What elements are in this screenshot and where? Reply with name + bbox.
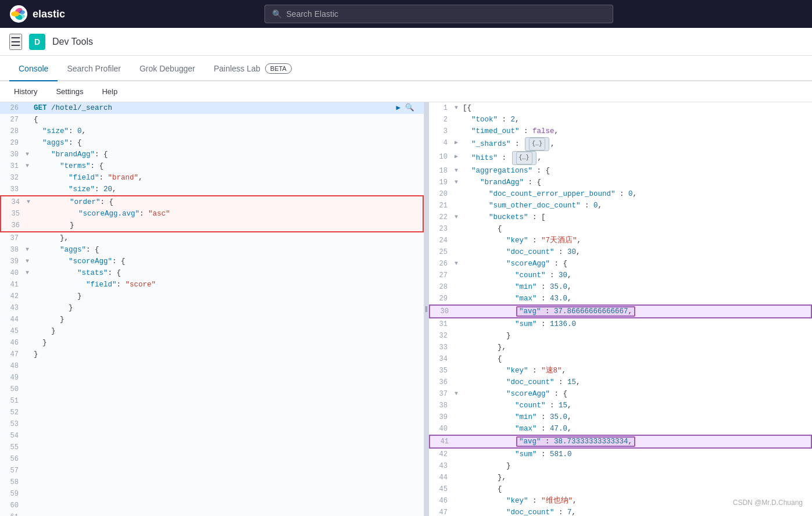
fold-icon[interactable] (23, 184, 31, 195)
fold-icon[interactable] (452, 365, 460, 377)
fold-icon[interactable] (23, 407, 31, 418)
fold-icon[interactable] (23, 418, 31, 430)
fold-icon[interactable] (452, 281, 460, 293)
output-line: 36 "doc_count" : 15, (429, 377, 812, 388)
hamburger-button[interactable]: ☰ (9, 34, 22, 50)
fold-icon[interactable] (23, 114, 31, 126)
fold-icon[interactable] (23, 325, 31, 337)
tab-grok-debugger[interactable]: Grok Debugger (130, 57, 205, 81)
line-number: 42 (0, 291, 23, 302)
fold-icon[interactable] (452, 495, 460, 507)
fold-icon[interactable] (23, 511, 31, 516)
fold-icon[interactable] (23, 126, 31, 137)
fold-icon[interactable] (452, 353, 460, 365)
tab-painless-lab[interactable]: Painless Lab BETA (205, 57, 301, 81)
fold-icon[interactable] (23, 453, 31, 465)
output-editor[interactable]: 1▼[{2 "took" : 2,3 "timed_out" : false,4… (429, 102, 812, 516)
fold-icon[interactable] (23, 430, 31, 442)
line-content: "stats": { (31, 267, 424, 279)
fold-icon[interactable] (23, 360, 31, 372)
fold-icon[interactable] (24, 208, 33, 220)
fold-icon[interactable]: ▼ (452, 177, 460, 188)
fold-icon[interactable] (452, 460, 460, 472)
fold-icon[interactable] (452, 126, 460, 137)
fold-icon[interactable] (23, 384, 31, 395)
fold-icon[interactable]: ▼ (452, 165, 460, 177)
svg-point-4 (19, 10, 25, 15)
tab-console[interactable]: Console (9, 57, 58, 81)
fold-icon[interactable] (452, 400, 460, 411)
line-number: 42 (429, 449, 452, 460)
fold-icon[interactable] (452, 270, 460, 281)
fold-icon[interactable] (453, 306, 462, 317)
fold-icon[interactable]: ▼ (452, 102, 460, 114)
pane-splitter[interactable]: ‖ (424, 102, 429, 516)
fold-icon[interactable] (23, 137, 31, 149)
fold-icon[interactable] (23, 337, 31, 349)
fold-icon[interactable]: ▶ (452, 137, 460, 151)
fold-icon[interactable] (23, 314, 31, 325)
fold-icon[interactable]: ▼ (452, 388, 460, 400)
fold-icon[interactable] (23, 291, 31, 302)
fold-icon[interactable]: ▼ (23, 244, 31, 256)
fold-icon[interactable] (23, 465, 31, 476)
fold-icon[interactable] (452, 507, 460, 516)
fold-icon[interactable]: ▼ (23, 256, 31, 267)
fold-icon[interactable] (23, 500, 31, 511)
fold-icon[interactable] (452, 293, 460, 304)
elastic-logo[interactable]: elastic (9, 5, 65, 23)
fold-icon[interactable] (452, 423, 460, 435)
fold-icon[interactable] (452, 246, 460, 258)
fold-icon[interactable] (452, 223, 460, 235)
fold-icon[interactable] (23, 442, 31, 453)
fold-icon[interactable] (452, 449, 460, 460)
fold-icon[interactable] (23, 349, 31, 360)
fold-icon[interactable] (453, 436, 462, 447)
fold-icon[interactable]: ▼ (23, 160, 31, 172)
fold-icon[interactable]: ▼ (24, 196, 33, 208)
fold-icon[interactable] (23, 488, 31, 500)
fold-icon[interactable] (452, 377, 460, 388)
settings-button[interactable]: Settings (51, 85, 88, 98)
fold-icon[interactable] (452, 235, 460, 246)
inspect-icon[interactable]: 🔍 (405, 104, 414, 112)
input-editor[interactable]: 26GET /hotel/_search▶🔍27{28 "size": 0,29… (0, 102, 424, 516)
global-search-bar[interactable]: 🔍 Search Elastic (264, 5, 613, 23)
fold-icon[interactable] (23, 172, 31, 184)
line-number: 35 (1, 208, 24, 220)
fold-icon[interactable]: ▶ (452, 151, 460, 165)
run-icon[interactable]: ▶ (396, 104, 400, 112)
history-button[interactable]: History (9, 85, 42, 98)
toolbar: History Settings Help (0, 81, 812, 102)
fold-icon[interactable] (23, 279, 31, 291)
fold-icon[interactable] (24, 220, 33, 231)
app-header: ☰ D Dev Tools (0, 28, 812, 56)
fold-icon[interactable] (452, 411, 460, 423)
fold-icon[interactable] (452, 200, 460, 212)
fold-icon[interactable] (452, 318, 460, 330)
fold-icon[interactable] (452, 472, 460, 483)
fold-icon[interactable] (452, 342, 460, 353)
tab-search-profiler[interactable]: Search Profiler (58, 57, 130, 81)
fold-icon[interactable] (452, 114, 460, 126)
fold-icon[interactable] (23, 372, 31, 384)
line-number: 40 (0, 267, 23, 279)
fold-icon[interactable]: ▼ (23, 149, 31, 160)
output-line: 19▼ "brandAgg" : { (429, 177, 812, 188)
editor-line: 54 (0, 430, 424, 442)
fold-icon[interactable] (23, 302, 31, 314)
fold-icon[interactable] (23, 102, 31, 114)
fold-icon[interactable]: ▼ (452, 212, 460, 223)
help-button[interactable]: Help (97, 85, 122, 98)
fold-icon[interactable] (452, 330, 460, 342)
fold-icon[interactable] (23, 476, 31, 488)
fold-icon[interactable] (452, 483, 460, 495)
fold-icon[interactable]: ▼ (452, 258, 460, 270)
line-number: 18 (429, 165, 452, 177)
line-content: "avg" : 38.73333333333334, (462, 436, 811, 447)
fold-icon[interactable] (23, 395, 31, 407)
fold-icon[interactable] (452, 188, 460, 200)
fold-icon[interactable] (23, 232, 31, 244)
fold-icon[interactable]: ▼ (23, 267, 31, 279)
output-line: 39 "min" : 35.0, (429, 411, 812, 423)
